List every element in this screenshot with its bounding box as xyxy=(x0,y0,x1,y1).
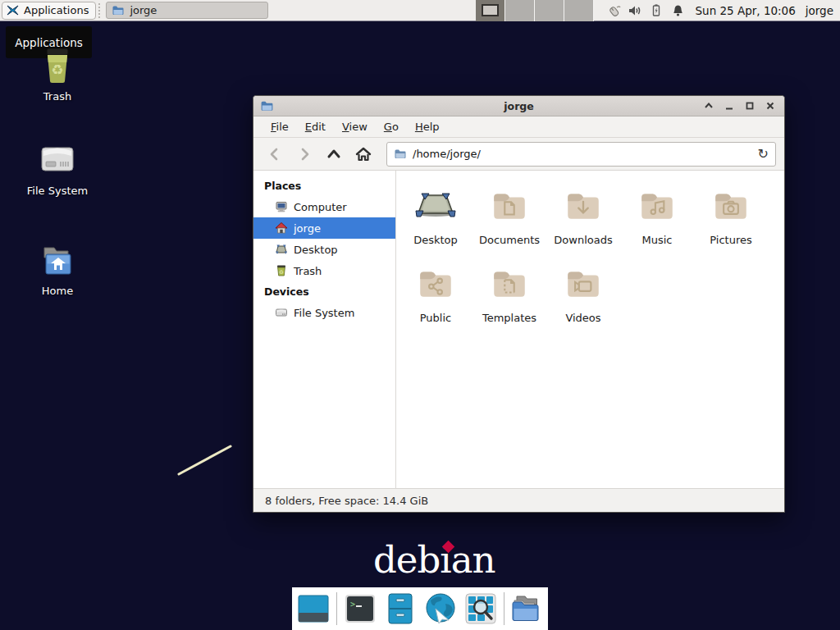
sidebar-header-places: Places xyxy=(253,176,395,196)
folder-label: Videos xyxy=(565,312,600,324)
maximize-button[interactable] xyxy=(744,100,756,112)
folder-label: Documents xyxy=(479,234,540,246)
svg-text:♻: ♻ xyxy=(279,269,284,276)
workspace-3[interactable] xyxy=(535,0,564,21)
debian-logo: debian xyxy=(373,541,495,584)
file-manager-window: jorge File Edit View Go Help xyxy=(253,95,785,513)
sidebar-item-label: Desktop xyxy=(294,244,338,256)
desktop-root: { "panel": { "applications_label": "Appl… xyxy=(0,0,840,630)
dock-panel: > xyxy=(292,587,548,630)
folder-camera-icon xyxy=(710,179,751,226)
workspace-window-preview xyxy=(482,4,499,16)
folder-item-documents[interactable]: Documents xyxy=(472,179,546,257)
menu-help[interactable]: Help xyxy=(408,118,447,135)
top-panel: Applications jorge xyxy=(0,0,840,21)
volume-icon[interactable] xyxy=(628,3,643,19)
directory-menu-button[interactable] xyxy=(510,591,545,626)
dock-separator xyxy=(504,592,504,625)
close-button[interactable] xyxy=(765,100,776,112)
web-browser-button[interactable] xyxy=(423,591,458,626)
titlebar[interactable]: jorge xyxy=(253,96,784,116)
folder-template-icon xyxy=(489,257,530,304)
folder-item-music[interactable]: Music xyxy=(620,179,694,257)
sidebar-item-desktop[interactable]: Desktop xyxy=(253,239,395,260)
folder-share-icon xyxy=(415,257,456,304)
menu-edit[interactable]: Edit xyxy=(298,118,333,135)
file-view[interactable]: Desktop Documents xyxy=(396,171,784,488)
folder-label: Public xyxy=(420,312,451,324)
menu-file[interactable]: File xyxy=(263,118,296,135)
pointer-artifact xyxy=(172,439,246,484)
home-button[interactable] xyxy=(350,142,377,167)
folder-item-templates[interactable]: Templates xyxy=(472,257,546,335)
workspace-switcher xyxy=(476,0,594,21)
folder-icon xyxy=(112,4,125,17)
terminal-icon: > xyxy=(345,594,376,623)
sidebar-item-file-system[interactable]: File System xyxy=(253,302,395,323)
folder-item-desktop[interactable]: Desktop xyxy=(399,179,472,257)
reload-icon[interactable]: ↻ xyxy=(758,148,769,161)
folder-item-public[interactable]: Public xyxy=(399,257,472,335)
taskbar-window-button[interactable]: jorge xyxy=(106,2,268,19)
applications-menu-button[interactable]: Applications xyxy=(2,2,96,20)
folder-label: Downloads xyxy=(554,234,612,246)
folder-item-downloads[interactable]: Downloads xyxy=(546,179,620,257)
path-input[interactable]: /home/jorge/ xyxy=(413,148,752,160)
hard-drive-icon xyxy=(16,139,98,180)
panel-clock[interactable]: Sun 25 Apr, 10:06 xyxy=(696,4,796,17)
sidebar-item-label: Computer xyxy=(294,201,347,213)
statusbar: 8 folders, Free space: 14.4 GiB xyxy=(253,488,784,512)
mouse-icon[interactable] xyxy=(606,3,622,19)
svg-text:♻: ♻ xyxy=(51,62,63,78)
show-desktop-icon xyxy=(298,595,329,623)
sidebar: Places Computer xyxy=(253,171,396,488)
folder-label: Templates xyxy=(482,312,536,324)
path-bar[interactable]: /home/jorge/ ↻ xyxy=(386,142,776,167)
terminal-button[interactable]: > xyxy=(343,591,377,626)
titlebar-buttons xyxy=(703,100,776,112)
show-desktop-button[interactable] xyxy=(296,591,331,626)
folder-label: Music xyxy=(642,234,673,246)
home-folder-icon xyxy=(16,241,98,281)
folder-item-videos[interactable]: Videos xyxy=(546,257,620,335)
workspace-1[interactable] xyxy=(476,0,505,21)
window-folder-icon xyxy=(260,99,274,113)
panel-right-group: Sun 25 Apr, 10:06 jorge xyxy=(476,0,836,21)
sidebar-item-label: Trash xyxy=(294,265,322,277)
file-manager-button[interactable] xyxy=(383,591,418,626)
minimize-button[interactable] xyxy=(724,100,735,112)
up-button[interactable] xyxy=(321,142,347,167)
battery-icon[interactable] xyxy=(649,3,664,19)
desktop-icon-home[interactable]: Home xyxy=(16,241,98,297)
desktop-icon-trash[interactable]: ♻ Trash xyxy=(16,45,98,103)
menubar: File Edit View Go Help xyxy=(253,116,784,138)
sidebar-item-trash[interactable]: ♻ Trash xyxy=(253,260,395,281)
folder-document-icon xyxy=(489,179,530,226)
forward-button[interactable] xyxy=(291,142,317,167)
workspace-2[interactable] xyxy=(505,0,535,21)
folder-label: Desktop xyxy=(413,234,458,246)
back-button[interactable] xyxy=(262,142,288,167)
notifications-icon[interactable] xyxy=(670,3,686,19)
app-finder-icon xyxy=(464,592,497,625)
menu-go[interactable]: Go xyxy=(377,118,406,135)
desktop-icon-file-system[interactable]: File System xyxy=(16,139,98,197)
svg-text:>: > xyxy=(350,600,355,609)
trash-icon: ♻ xyxy=(275,264,288,277)
menu-view[interactable]: View xyxy=(335,118,375,135)
shade-button[interactable] xyxy=(703,100,714,112)
computer-icon xyxy=(275,200,288,213)
desktop-icon xyxy=(413,179,458,226)
icon-grid: Desktop Documents xyxy=(399,179,776,335)
folder-item-pictures[interactable]: Pictures xyxy=(694,179,768,257)
panel-user-menu[interactable]: jorge xyxy=(806,4,833,17)
drive-icon xyxy=(275,306,288,319)
workspace-4[interactable] xyxy=(564,0,594,21)
folder-video-icon xyxy=(563,257,604,304)
folder-music-icon xyxy=(637,179,678,226)
sidebar-header-devices: Devices xyxy=(253,281,395,302)
sidebar-item-jorge[interactable]: jorge xyxy=(253,217,395,239)
window-body: Places Computer xyxy=(253,171,784,488)
sidebar-item-computer[interactable]: Computer xyxy=(253,196,395,217)
application-finder-button[interactable] xyxy=(463,591,498,626)
